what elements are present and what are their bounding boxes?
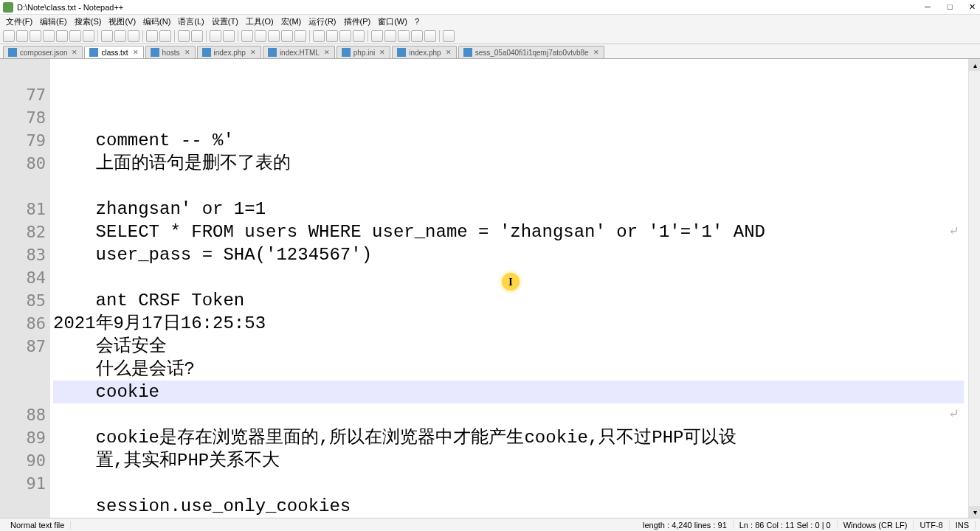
code-line[interactable]: 2021年9月17日16:25:53 xyxy=(53,312,964,335)
menu-item[interactable]: 语言(L) xyxy=(175,16,207,27)
menu-item[interactable]: 宏(M) xyxy=(278,16,305,27)
tool4-icon[interactable] xyxy=(353,30,365,42)
replace-icon[interactable] xyxy=(191,30,203,42)
scroll-up-icon[interactable]: ▴ xyxy=(969,59,980,71)
code-line[interactable]: 会话安全 xyxy=(53,335,964,358)
tab-label: index.php xyxy=(214,49,246,57)
close-icon[interactable] xyxy=(56,30,68,42)
tab[interactable]: index.php✕ xyxy=(392,46,456,58)
code-area[interactable]: I comment -- %' 上面的语句是删不了表的 zhangsan' or… xyxy=(50,59,968,518)
menu-item[interactable]: 文件(F) xyxy=(3,16,35,27)
macro-save-icon[interactable] xyxy=(424,30,436,42)
code-line[interactable]: comment -- %' xyxy=(53,129,964,152)
wrap-icon[interactable] xyxy=(268,30,280,42)
wrap-indicator-icon: ⤶ xyxy=(948,403,959,426)
tab-close-icon[interactable]: ✕ xyxy=(593,49,599,56)
code-line[interactable]: user_pass = SHA('1234567') xyxy=(53,243,964,266)
code-line[interactable]: SELECT * FROM users WHERE user_name = 'z… xyxy=(53,221,964,243)
vertical-scrollbar[interactable]: ▴ ▾ xyxy=(968,59,980,518)
menubar[interactable]: 文件(F)编辑(E)搜索(S)视图(V)编码(N)语言(L)设置(T)工具(O)… xyxy=(0,15,980,28)
code-line[interactable] xyxy=(53,175,964,198)
spellcheck-icon[interactable] xyxy=(443,30,455,42)
allchars-icon[interactable] xyxy=(281,30,293,42)
tab[interactable]: composer.json✕ xyxy=(3,46,83,58)
code-line[interactable]: 上面的语句是删不了表的 xyxy=(53,152,964,175)
tool2-icon[interactable] xyxy=(326,30,338,42)
tab[interactable]: class.txt✕ xyxy=(84,46,143,58)
code-line[interactable]: cookie是存在浏览器里面的,所以在浏览器中才能产生cookie,只不过PHP… xyxy=(53,426,964,449)
sync-icon[interactable] xyxy=(241,30,253,42)
toolbar-sep xyxy=(174,30,175,42)
tool1-icon[interactable] xyxy=(313,30,325,42)
save-all-icon[interactable] xyxy=(43,30,55,42)
status-filetype: Normal text file xyxy=(4,521,71,530)
tab-close-icon[interactable]: ✕ xyxy=(379,49,385,56)
menu-item[interactable]: 设置(T) xyxy=(209,16,241,27)
menu-item[interactable]: 运行(R) xyxy=(306,16,339,27)
titlebar: D:\Note\class.txt - Notepad++ ─ □ ✕ xyxy=(0,0,980,15)
tab[interactable]: sess_05a040fi1i1qemj7ato0vtvb8e✕ xyxy=(458,46,604,58)
print-icon[interactable] xyxy=(83,30,94,42)
tab-close-icon[interactable]: ✕ xyxy=(184,49,190,56)
tabstrip[interactable]: composer.json✕class.txt✕hosts✕index.php✕… xyxy=(0,44,980,59)
menu-item[interactable]: 编辑(E) xyxy=(37,16,70,27)
tool3-icon[interactable] xyxy=(339,30,351,42)
editor: 777879808182838485868788899091 I comment… xyxy=(0,59,980,518)
macro-stop-icon[interactable] xyxy=(384,30,396,42)
menu-item[interactable]: ? xyxy=(412,17,422,26)
file-icon xyxy=(8,48,17,57)
minimize-button[interactable]: ─ xyxy=(922,2,933,12)
indent-icon[interactable] xyxy=(294,30,306,42)
find-icon[interactable] xyxy=(178,30,190,42)
save-icon[interactable] xyxy=(30,30,41,42)
code-line[interactable]: ⤶ xyxy=(53,403,964,426)
undo-icon[interactable] xyxy=(146,30,158,42)
tab[interactable]: index.HTML✕ xyxy=(263,46,335,58)
tab-close-icon[interactable]: ✕ xyxy=(250,49,256,56)
code-line[interactable] xyxy=(53,472,964,495)
macro-rep-icon[interactable] xyxy=(411,30,423,42)
menu-item[interactable]: 搜索(S) xyxy=(72,16,105,27)
scroll-down-icon[interactable]: ▾ xyxy=(969,506,980,518)
code-line[interactable]: 什么是会话? xyxy=(53,358,964,381)
menu-item[interactable]: 工具(O) xyxy=(243,16,277,27)
zoom-out-icon[interactable] xyxy=(223,30,235,42)
file-icon xyxy=(342,48,351,57)
maximize-button[interactable]: □ xyxy=(945,2,955,12)
menu-item[interactable]: 编码(N) xyxy=(140,16,173,27)
zoom-in-icon[interactable] xyxy=(210,30,221,42)
open-file-icon[interactable] xyxy=(16,30,28,42)
close-all-icon[interactable] xyxy=(69,30,81,42)
code-line[interactable]: 置,其实和PHP关系不大 xyxy=(53,449,964,472)
window-title: D:\Note\class.txt - Notepad++ xyxy=(17,3,123,12)
close-button[interactable]: ✕ xyxy=(967,2,977,12)
tab-close-icon[interactable]: ✕ xyxy=(72,49,77,56)
status-insert-mode: INS xyxy=(950,521,976,530)
redo-icon[interactable] xyxy=(159,30,171,42)
tab-close-icon[interactable]: ✕ xyxy=(446,49,452,56)
tab-close-icon[interactable]: ✕ xyxy=(133,49,139,56)
copy-icon[interactable] xyxy=(114,30,126,42)
menu-item[interactable]: 窗口(W) xyxy=(375,16,410,27)
file-icon xyxy=(268,48,277,57)
sync2-icon[interactable] xyxy=(255,30,266,42)
tab[interactable]: php.ini✕ xyxy=(337,46,390,58)
window-controls: ─ □ ✕ xyxy=(922,2,977,12)
code-line[interactable]: zhangsan' or 1=1 xyxy=(53,198,964,221)
menu-item[interactable]: 视图(V) xyxy=(106,16,139,27)
code-line[interactable]: cookie xyxy=(53,381,964,403)
tab-label: sess_05a040fi1i1qemj7ato0vtvb8e xyxy=(475,49,589,57)
macro-play-icon[interactable] xyxy=(398,30,410,42)
toolbar-sep xyxy=(97,30,98,42)
tab-label: index.HTML xyxy=(280,49,320,57)
code-line[interactable]: session.use_only_cookies xyxy=(53,495,964,518)
new-file-icon[interactable] xyxy=(3,30,15,42)
cut-icon[interactable] xyxy=(101,30,113,42)
line-numbers: 777879808182838485868788899091 xyxy=(0,59,50,518)
tab-close-icon[interactable]: ✕ xyxy=(324,49,330,56)
macro-rec-icon[interactable] xyxy=(371,30,383,42)
tab[interactable]: index.php✕ xyxy=(197,46,261,58)
paste-icon[interactable] xyxy=(128,30,139,42)
tab[interactable]: hosts✕ xyxy=(145,46,196,58)
menu-item[interactable]: 插件(P) xyxy=(341,16,374,27)
